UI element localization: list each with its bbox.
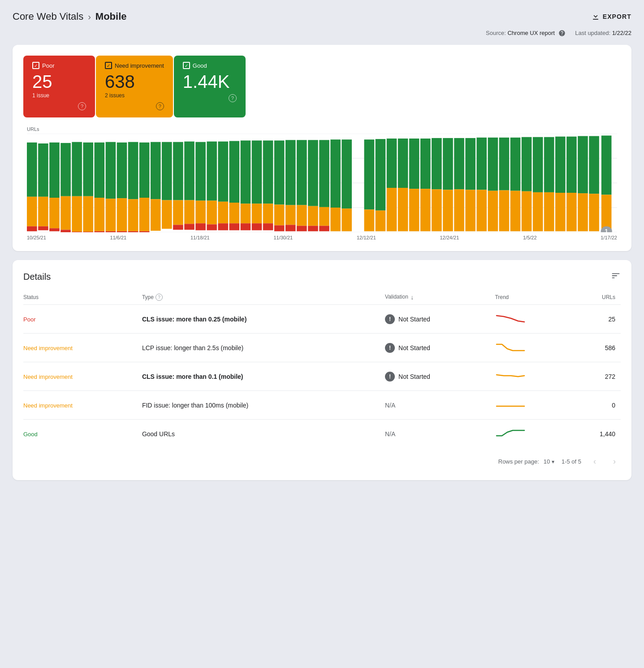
svg-rect-95 [387, 139, 397, 188]
rows-per-page-value[interactable]: 10 ▾ [544, 458, 554, 465]
source-bar: Source: Chrome UX report Last updated: 1… [13, 30, 631, 38]
svg-rect-83 [308, 226, 318, 231]
row-validation: N/A [385, 420, 495, 448]
svg-rect-110 [465, 190, 475, 231]
svg-rect-31 [106, 231, 116, 232]
svg-rect-79 [297, 205, 307, 226]
row-trend [495, 420, 575, 448]
row-urls: 1,440 [575, 420, 621, 448]
svg-rect-98 [398, 188, 408, 231]
chart-container[interactable]: 2.3K 750 0 [27, 134, 617, 232]
svg-rect-42 [151, 199, 161, 230]
details-table: Status Type ? Validation ↓ Trend [23, 290, 621, 448]
row-type: LCP issue: longer than 2.5s (mobile) [142, 334, 385, 362]
x-label-4: 12/12/21 [357, 235, 376, 240]
svg-rect-11 [38, 143, 48, 197]
svg-rect-72 [274, 140, 285, 204]
x-label-2: 11/18/21 [190, 235, 210, 240]
x-label-1: 11/6/21 [110, 235, 127, 240]
svg-rect-52 [195, 201, 206, 224]
row-trend [495, 362, 575, 391]
svg-rect-55 [207, 201, 217, 225]
svg-rect-124 [544, 192, 554, 231]
svg-rect-57 [218, 142, 228, 202]
export-button[interactable]: EXPORT [591, 12, 631, 21]
good-label: Good [193, 62, 207, 69]
svg-rect-47 [173, 225, 183, 230]
x-label-0: 10/25/21 [27, 235, 46, 240]
next-page-button[interactable]: › [608, 455, 621, 468]
svg-rect-94 [376, 211, 386, 231]
row-type: FID issue: longer than 100ms (mobile) [142, 391, 385, 420]
svg-rect-120 [522, 191, 532, 231]
svg-rect-45 [173, 142, 183, 200]
svg-rect-119 [522, 137, 532, 191]
prev-page-button[interactable]: ‹ [588, 455, 601, 468]
svg-rect-9 [27, 197, 37, 226]
svg-rect-121 [533, 137, 543, 192]
svg-rect-44 [162, 200, 172, 229]
svg-rect-27 [95, 198, 105, 231]
breadcrumb-root[interactable]: Core Web Vitals [13, 11, 83, 22]
svg-rect-26 [95, 143, 105, 198]
svg-rect-84 [319, 140, 329, 207]
svg-rect-46 [173, 200, 183, 225]
svg-rect-87 [330, 139, 341, 208]
svg-rect-117 [510, 138, 521, 191]
need-number: 638 [105, 73, 164, 91]
poor-issues: 1 issue [32, 92, 86, 99]
row-type: CLS issue: more than 0.25 (mobile) [142, 305, 385, 334]
col-validation[interactable]: Validation ↓ [385, 290, 495, 305]
svg-rect-53 [195, 223, 206, 230]
svg-rect-88 [330, 208, 341, 231]
validation-icon: ! [385, 372, 395, 382]
x-label-6: 1/5/22 [523, 235, 537, 240]
svg-rect-74 [274, 226, 285, 231]
svg-rect-62 [229, 223, 240, 230]
svg-rect-125 [555, 137, 566, 193]
svg-rect-63 [241, 140, 251, 204]
svg-rect-22 [72, 232, 82, 232]
sort-arrow-icon: ↓ [411, 294, 414, 301]
svg-rect-126 [555, 193, 566, 231]
trend-line-need-cls [495, 369, 526, 382]
chart-svg: 2.3K 750 0 [27, 134, 617, 232]
svg-rect-66 [252, 140, 262, 204]
svg-rect-50 [184, 224, 194, 230]
chart-area: URLs 2.3K 750 0 [23, 126, 621, 240]
row-trend [495, 334, 575, 362]
x-label-3: 11/30/21 [273, 235, 293, 240]
svg-rect-8 [27, 143, 37, 197]
poor-summary-box[interactable]: ✓ Poor 25 1 issue ? [23, 56, 95, 117]
svg-rect-64 [241, 204, 251, 223]
svg-rect-10 [27, 226, 37, 231]
svg-rect-33 [117, 198, 127, 231]
summary-boxes: ✓ Poor 25 1 issue ? ✓ Need improvement 6… [23, 56, 621, 117]
need-help-icon: ? [156, 102, 164, 110]
chart-y-label: URLs [27, 126, 617, 132]
good-summary-box[interactable]: ✓ Good 1.44K ? [174, 56, 246, 117]
last-updated-date: 1/22/22 [612, 30, 631, 36]
svg-rect-70 [263, 204, 273, 223]
row-type: CLS issue: more than 0.1 (mobile) [142, 362, 385, 391]
table-row: Good Good URLs N/A 1,440 [23, 420, 621, 448]
need-summary-box[interactable]: ✓ Need improvement 638 2 issues ? [96, 56, 173, 117]
filter-svg-icon [611, 271, 621, 281]
row-urls: 25 [575, 305, 621, 334]
filter-icon[interactable] [611, 271, 621, 283]
svg-rect-92 [364, 209, 375, 231]
svg-rect-116 [499, 191, 510, 231]
svg-rect-30 [106, 199, 116, 231]
svg-rect-43 [162, 142, 172, 200]
row-trend [495, 305, 575, 334]
svg-rect-58 [218, 202, 228, 223]
svg-rect-28 [95, 231, 105, 232]
svg-rect-85 [319, 207, 329, 226]
row-status: Need improvement [23, 362, 142, 391]
svg-rect-90 [341, 208, 352, 231]
row-validation: ! Not Started [385, 362, 495, 391]
source-name: Chrome UX report [507, 30, 554, 36]
poor-check-icon: ✓ [32, 62, 39, 69]
svg-rect-129 [578, 136, 588, 194]
svg-rect-60 [229, 141, 240, 203]
